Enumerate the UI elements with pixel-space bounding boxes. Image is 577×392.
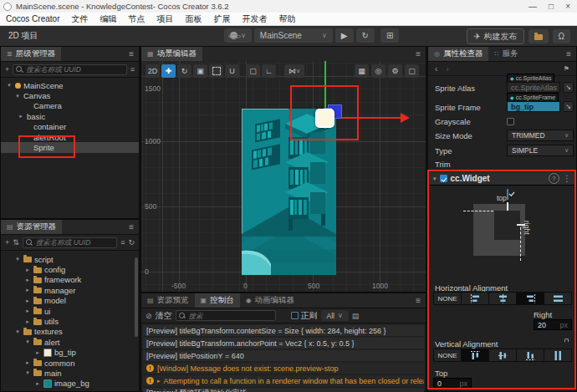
menu-developer[interactable]: 开发者: [236, 13, 273, 25]
collapse-icon[interactable]: ▸: [18, 113, 24, 120]
tree-node-sprite[interactable]: Sprite: [1, 142, 139, 152]
asset-folder-utils[interactable]: ▸ utils: [1, 316, 139, 326]
reload-button[interactable]: ↻: [356, 28, 375, 43]
assets-list-icon[interactable]: ≡: [120, 238, 125, 247]
clear-icon[interactable]: ⊘: [146, 312, 152, 320]
nav-back-icon[interactable]: ‹: [435, 64, 437, 74]
asset-folder-manager[interactable]: ▸ manager: [1, 285, 139, 295]
pivot-button[interactable]: ▢: [246, 64, 260, 78]
menu-edit[interactable]: 编辑: [94, 13, 122, 25]
widget-enabled-checkbox[interactable]: [440, 175, 447, 182]
scene-menu-icon[interactable]: ≡: [411, 49, 426, 59]
expand-icon[interactable]: ▾: [433, 176, 437, 182]
log-row[interactable]: [Preview] titleBgTransform.contentSize =…: [143, 325, 424, 336]
assets-refresh-icon[interactable]: ↻: [128, 238, 135, 247]
rect-tool-button[interactable]: [209, 64, 223, 78]
tree-node-canvas[interactable]: ▾ Canvas: [1, 90, 139, 100]
expand-icon[interactable]: ▾: [14, 93, 21, 99]
v-align-bottom-button[interactable]: [517, 349, 544, 361]
tab-service[interactable]: ∷ 服务: [488, 47, 523, 61]
h-align-none-button[interactable]: NONE: [434, 293, 462, 304]
hierarchy-list-icon[interactable]: ≡: [130, 65, 135, 74]
add-asset-button[interactable]: +: [5, 238, 9, 247]
maximize-button[interactable]: □: [549, 2, 554, 11]
menu-cocos-creator[interactable]: Cocos Creator: [0, 14, 65, 23]
tree-node-camera[interactable]: Camera: [1, 101, 139, 111]
v-align-middle-button[interactable]: [489, 349, 517, 361]
frame-debug-button[interactable]: ⊞: [380, 28, 399, 43]
assets-search-input[interactable]: [23, 237, 117, 248]
close-button[interactable]: ×: [565, 2, 570, 11]
platform-select[interactable]: ∨: [224, 28, 252, 43]
log-file-icon[interactable]: ▤: [352, 312, 360, 320]
assets-menu-icon[interactable]: ≡: [124, 222, 139, 232]
scale-tool-button[interactable]: ▣: [193, 64, 207, 78]
tab-hierarchy[interactable]: ≣ 层级管理器: [1, 47, 61, 61]
console-search-input[interactable]: [176, 310, 276, 321]
selected-sprite-node[interactable]: [315, 109, 334, 128]
tree-node-container[interactable]: container: [1, 122, 139, 132]
scene-display-button[interactable]: ▢: [405, 64, 419, 78]
menu-file[interactable]: 文件: [65, 13, 94, 25]
top-offset-input[interactable]: 0 px: [433, 378, 472, 389]
pin-icon[interactable]: ⚑: [564, 65, 569, 73]
inspector-menu-icon[interactable]: ≡: [561, 49, 576, 59]
asset-folder-textures[interactable]: ▾ textures: [1, 327, 139, 337]
rotate-tool-button[interactable]: ↻: [177, 64, 191, 78]
menu-extension[interactable]: 扩展: [207, 13, 236, 25]
asset-folder-config[interactable]: ▸ config: [1, 264, 139, 274]
grayscale-checkbox[interactable]: [507, 118, 514, 125]
build-publish-button[interactable]: ✈ 构建发布: [467, 28, 523, 44]
log-row[interactable]: ! [Window] Message does not exist: scene…: [143, 363, 424, 374]
sprite-atlas-picker-icon[interactable]: ↘: [563, 82, 574, 93]
menu-help[interactable]: 帮助: [273, 13, 301, 25]
regex-checkbox[interactable]: [291, 312, 299, 319]
scene-canvas[interactable]: 2D ✚ ↻ ▣ U ▢ ∟ ⋈∨ ▦ ◎ ⚙ ▢ 1500 1000 5: [141, 61, 426, 292]
tab-animation-editor[interactable]: ◉ 动画编辑器: [240, 293, 300, 308]
v-align-top-button[interactable]: [462, 349, 489, 361]
open-folder-button[interactable]: [528, 29, 549, 43]
scene-camera-button[interactable]: ◎: [371, 64, 386, 78]
sort-icon[interactable]: ⇅: [13, 238, 19, 247]
tab-assets[interactable]: ▤ 资源管理器: [1, 220, 62, 234]
log-row[interactable]: ! ▸ Attempting to call a function in a r…: [143, 375, 424, 386]
assets-search[interactable]: [23, 237, 117, 248]
tab-scene-editor[interactable]: ▦ 场景编辑器: [141, 47, 202, 61]
asset-folder-common[interactable]: ▸ common: [1, 358, 139, 368]
scene-select[interactable]: MainScene ∨: [254, 28, 333, 43]
tab-console[interactable]: ▣ 控制台: [195, 293, 240, 308]
add-node-button[interactable]: +: [5, 65, 9, 74]
more-icon[interactable]: ⋮: [563, 174, 571, 183]
tree-node-mainscene[interactable]: ▾ MainScene: [1, 80, 139, 90]
asset-folder-model[interactable]: ▸ model: [1, 296, 139, 306]
h-align-stretch-button[interactable]: [544, 293, 571, 304]
asset-folder-framework[interactable]: ▸ framework: [1, 275, 139, 285]
tab-assets-preview[interactable]: ▤ 资源预览: [141, 293, 195, 308]
log-row[interactable]: [Preview] titlePositionY = 640: [143, 350, 424, 361]
asset-image-bg-tip[interactable]: ▸ bg_tip: [1, 348, 139, 358]
minimize-button[interactable]: —: [528, 2, 537, 11]
v-align-none-button[interactable]: NONE: [434, 349, 462, 361]
tree-node-alertroot[interactable]: alertRoot: [1, 132, 139, 142]
sprite-frame-picker-icon[interactable]: ↘: [563, 101, 574, 112]
menu-project[interactable]: 项目: [151, 13, 179, 25]
move-tool-button[interactable]: ✚: [161, 64, 176, 78]
asset-folder-alert[interactable]: ▾ alert: [1, 337, 139, 347]
trim-checkbox[interactable]: [507, 189, 508, 200]
menu-node[interactable]: 节点: [122, 13, 151, 25]
size-mode-select[interactable]: TRIMMED ∨: [507, 130, 574, 141]
asset-image-image-bg[interactable]: ▸ image_bg: [1, 379, 139, 389]
tree-node-basic[interactable]: ▸ basic: [1, 111, 139, 121]
hierarchy-menu-icon[interactable]: ≡: [124, 49, 139, 59]
sprite-atlas-field[interactable]: cc.SpriteAtlas: [507, 82, 560, 93]
v-align-stretch-button[interactable]: [544, 349, 571, 361]
expand-icon[interactable]: ▾: [6, 82, 13, 89]
play-button[interactable]: ▶: [335, 28, 354, 43]
assets-scrollbar[interactable]: [135, 257, 138, 337]
log-row[interactable]: [Preview] 预览环境初始化完毕: [143, 388, 424, 392]
h-align-right-button[interactable]: [517, 293, 544, 304]
asset-folder-script[interactable]: ▾ script: [1, 254, 139, 264]
type-select[interactable]: SIMPLE ∨: [507, 145, 574, 156]
asset-folder-main[interactable]: ▾ main: [1, 368, 139, 378]
menu-panel[interactable]: 面板: [179, 13, 207, 25]
